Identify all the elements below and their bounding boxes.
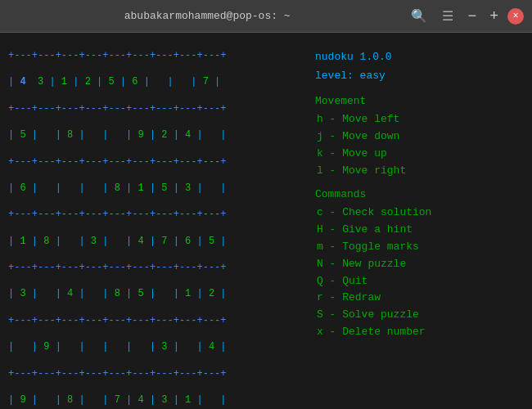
give-hint: H - Give a hint — [315, 222, 524, 239]
main-content: +---+---+---+---+---+---+---+---+---+ | … — [0, 33, 532, 409]
maximize-button[interactable]: + — [485, 8, 503, 25]
move-left: h - Move left — [315, 111, 524, 128]
grid-separator: +---+---+---+---+---+---+---+---+---+ — [8, 102, 299, 115]
titlebar: abubakarmohammed@pop-os: ~ 🔍 ☰ − + × — [0, 0, 532, 33]
grid-row: | 5 | | 8 | | | 9 | 2 | 4 | | — [8, 128, 299, 142]
grid-row: | 9 | | 8 | | 7 | 4 | 3 | 1 | | — [8, 393, 299, 407]
grid-row: | 4 3 | 1 | 2 | 5 | 6 | | | 7 | — [8, 75, 299, 88]
solve-puzzle: S - Solve puzzle — [315, 307, 524, 324]
grid-separator: +---+---+---+---+---+---+---+---+---+ — [8, 367, 299, 380]
sudoku-grid[interactable]: +---+---+---+---+---+---+---+---+---+ | … — [8, 45, 299, 401]
app-level: level: easy — [315, 68, 524, 85]
grid-row: | 3 | | 4 | | 8 | 5 | | 1 | 2 | — [8, 287, 299, 300]
app-title: nudoku 1.0.0 — [315, 49, 524, 66]
new-puzzle: N - New puzzle — [315, 256, 524, 273]
grid-separator: +---+---+---+---+---+---+---+---+---+ — [8, 261, 299, 274]
toggle-marks: m - Toggle marks — [315, 239, 524, 256]
window-title: abubakarmohammed@pop-os: ~ — [8, 10, 406, 22]
menu-icon[interactable]: ☰ — [437, 7, 458, 26]
grid-separator: +---+---+---+---+---+---+---+---+---+ — [8, 155, 299, 169]
grid-row: | 6 | | | | 8 | 1 | 5 | 3 | | — [8, 182, 299, 195]
move-down: j - Move down — [315, 128, 524, 146]
grid-row: | 1 | 8 | | 3 | | 4 | 7 | 6 | 5 | — [8, 235, 299, 248]
search-icon[interactable]: 🔍 — [406, 7, 432, 26]
window-controls[interactable]: 🔍 ☰ − + × — [406, 7, 524, 26]
grid-separator: +---+---+---+---+---+---+---+---+---+ — [8, 314, 299, 327]
delete-number: x - Delete number — [315, 324, 524, 341]
check-solution: c - Check solution — [315, 204, 524, 222]
close-button[interactable]: × — [507, 8, 524, 25]
grid-separator: +---+---+---+---+---+---+---+---+---+ — [8, 208, 299, 221]
grid-row: | | 9 | | | | | 3 | | 4 | — [8, 340, 299, 353]
commands-header: Commands — [315, 187, 524, 204]
redraw: r - Redraw — [315, 290, 524, 307]
movement-header: Movement — [315, 93, 524, 110]
info-panel: nudoku 1.0.0 level: easy Movement h - Mo… — [307, 45, 524, 401]
minimize-button[interactable]: − — [463, 8, 480, 25]
quit: Q - Quit — [315, 273, 524, 290]
move-right: l - Move right — [315, 163, 524, 180]
grid-separator: +---+---+---+---+---+---+---+---+---+ — [8, 49, 299, 62]
move-up: k - Move up — [315, 146, 524, 163]
